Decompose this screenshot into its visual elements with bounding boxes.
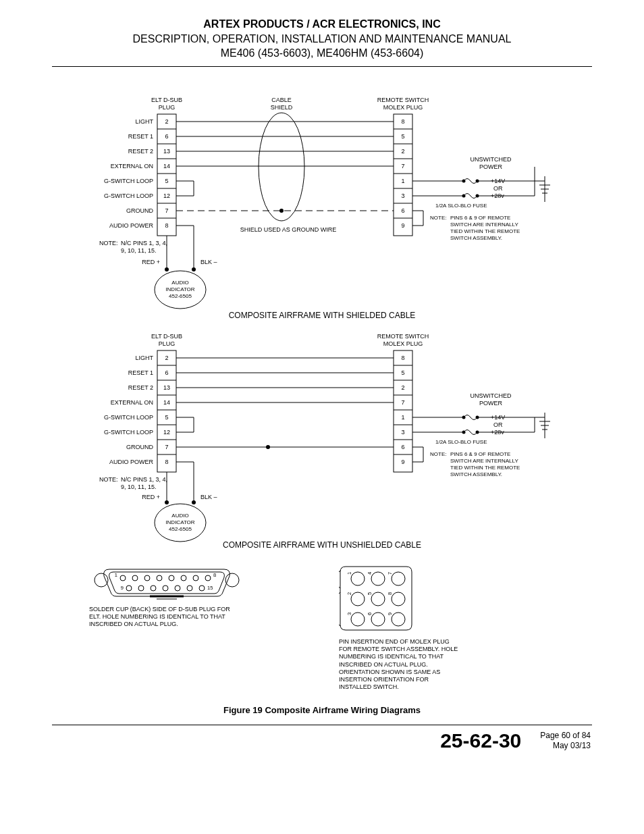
page-header: ARTEX PRODUCTS / ACR ELECTRONICS, INC DE… — [52, 17, 592, 67]
svg-point-200 — [351, 572, 365, 585]
svg-text:EXTERNAL ON: EXTERNAL ON — [111, 163, 153, 170]
svg-text:1: 1 — [401, 178, 404, 184]
pins69-note: NOTE: — [430, 215, 446, 221]
svg-text:14: 14 — [163, 399, 170, 406]
svg-text:7: 7 — [401, 399, 404, 406]
figure-caption: Figure 19 Composite Airframe Wiring Diag… — [52, 705, 592, 715]
diagram-unshielded: ELT D-SUB PLUG REMOTE SWITCH MOLEX PLUG — [86, 330, 558, 553]
doc-number: 25-62-30 — [440, 729, 521, 752]
svg-point-205 — [392, 592, 405, 606]
svg-text:8: 8 — [401, 355, 404, 361]
svg-text:13: 13 — [163, 384, 170, 391]
svg-text:RESET 2: RESET 2 — [128, 148, 153, 155]
blk-label: BLK – — [200, 259, 217, 265]
svg-text:5: 5 — [165, 414, 168, 421]
svg-text:2: 2 — [401, 384, 404, 391]
svg-point-180 — [132, 575, 138, 581]
svg-text:9: 9 — [387, 613, 393, 615]
svg-point-182 — [157, 575, 162, 581]
unswitched-power: UNSWITCHED — [471, 156, 512, 163]
remote-switch-label: REMOTE SWITCH — [377, 97, 429, 103]
svg-point-188 — [138, 585, 144, 591]
svg-point-189 — [151, 585, 156, 591]
svg-text:8: 8 — [165, 222, 168, 229]
svg-text:6: 6 — [165, 133, 168, 140]
svg-text:8: 8 — [213, 572, 216, 578]
svg-point-184 — [181, 575, 186, 581]
svg-text:15: 15 — [207, 585, 213, 591]
cable-shield-label2: SHIELD — [271, 104, 293, 111]
svg-text:9: 9 — [401, 459, 404, 465]
svg-text:SWITCH ASSEMBLY.: SWITCH ASSEMBLY. — [450, 471, 502, 477]
svg-text:9: 9 — [401, 222, 404, 229]
svg-rect-86 — [157, 350, 176, 472]
svg-point-183 — [169, 575, 174, 581]
svg-text:RESET 1: RESET 1 — [128, 133, 153, 140]
page-number: Page 60 of 84 — [540, 731, 591, 740]
svg-text:12: 12 — [163, 429, 170, 436]
svg-text:RED +: RED + — [142, 494, 160, 500]
elt-plug-label: ELT D-SUB — [151, 97, 182, 103]
svg-text:GROUND: GROUND — [126, 207, 153, 214]
svg-rect-94 — [394, 350, 412, 472]
dsub-connector: 1 8 9 15 SOLDER CUP (BACK) SIDE OF D-SUB… — [89, 560, 244, 692]
svg-text:2: 2 — [401, 148, 404, 155]
red-label: RED + — [142, 259, 160, 265]
svg-text:G-SWITCH LOOP: G-SWITCH LOOP — [104, 414, 153, 421]
svg-text:N/C PINS 1, 3, 4,: N/C PINS 1, 3, 4, — [121, 476, 167, 483]
svg-text:3: 3 — [401, 429, 404, 436]
svg-point-190 — [163, 585, 168, 591]
svg-text:7: 7 — [165, 444, 168, 450]
molex-connector: 3 2 1 6 5 4 9 8 7 PIN INSERTION END OF M… — [339, 560, 460, 692]
svg-text:LIGHT: LIGHT — [135, 355, 153, 361]
svg-text:+28v: +28v — [491, 429, 504, 436]
dsub-note: SOLDER CUP (BACK) SIDE OF D-SUB PLUG FOR… — [89, 602, 231, 629]
svg-text:1: 1 — [346, 572, 352, 575]
svg-text:452-6505: 452-6505 — [169, 293, 192, 299]
svg-point-187 — [126, 585, 132, 591]
svg-text:PINS 6 & 9 OF REMOTE: PINS 6 & 9 OF REMOTE — [450, 451, 510, 457]
svg-point-116 — [462, 430, 466, 434]
svg-text:9: 9 — [121, 585, 124, 591]
molex-note: PIN INSERTION END OF MOLEX PLUG FOR REMO… — [339, 634, 460, 692]
svg-point-206 — [351, 613, 365, 626]
shield-ground-label: SHIELD USED AS GROUND WIRE — [240, 226, 337, 233]
svg-text:ELT D-SUB: ELT D-SUB — [151, 333, 182, 340]
svg-text:6: 6 — [401, 207, 404, 214]
svg-text:RESET 2: RESET 2 — [128, 384, 153, 391]
svg-text:GROUND: GROUND — [126, 444, 153, 450]
svg-point-191 — [175, 585, 180, 591]
svg-text:NOTE:: NOTE: — [430, 451, 446, 457]
svg-point-159 — [192, 500, 196, 504]
svg-text:1: 1 — [115, 572, 117, 578]
connector-row: 1 8 9 15 SOLDER CUP (BACK) SIDE OF D-SUB… — [82, 560, 562, 692]
svg-text:8: 8 — [165, 459, 168, 465]
cable-shield-ellipse — [259, 113, 304, 221]
svg-point-179 — [120, 575, 126, 581]
svg-point-27 — [462, 194, 466, 197]
svg-text:7: 7 — [401, 163, 404, 170]
svg-text:12: 12 — [163, 192, 170, 199]
svg-point-158 — [165, 500, 169, 504]
svg-point-207 — [371, 613, 385, 626]
or-label: OR — [493, 185, 503, 192]
svg-text:9, 10, 11, 15.: 9, 10, 11, 15. — [121, 484, 157, 490]
svg-text:14: 14 — [163, 163, 170, 170]
svg-point-43 — [279, 209, 284, 213]
svg-text:NOTE:: NOTE: — [99, 476, 118, 483]
svg-text:1: 1 — [401, 414, 404, 421]
page-footer: 25-62-30 Page 60 of 84 May 03/13 — [52, 725, 592, 752]
svg-text:5: 5 — [401, 133, 404, 140]
svg-point-114 — [462, 415, 466, 419]
svg-text:AUDIO: AUDIO — [171, 280, 188, 286]
svg-point-73 — [192, 267, 196, 271]
svg-text:5: 5 — [401, 369, 404, 376]
svg-text:AUDIO POWER: AUDIO POWER — [109, 459, 154, 465]
svg-text:AUDIO: AUDIO — [171, 513, 188, 519]
svg-text:N/C PINS 1, 3, 4,: N/C PINS 1, 3, 4, — [121, 240, 167, 246]
remote-switch-label2: MOLEX PLUG — [383, 104, 423, 111]
diagram-shielded: ELT D-SUB PLUG CABLE SHIELD REMOTE SWITC… — [86, 94, 558, 323]
svg-text:RESET 1: RESET 1 — [128, 369, 153, 376]
nc-note: NOTE: — [99, 240, 118, 246]
svg-text:G-SWITCH LOOP: G-SWITCH LOOP — [104, 429, 153, 436]
